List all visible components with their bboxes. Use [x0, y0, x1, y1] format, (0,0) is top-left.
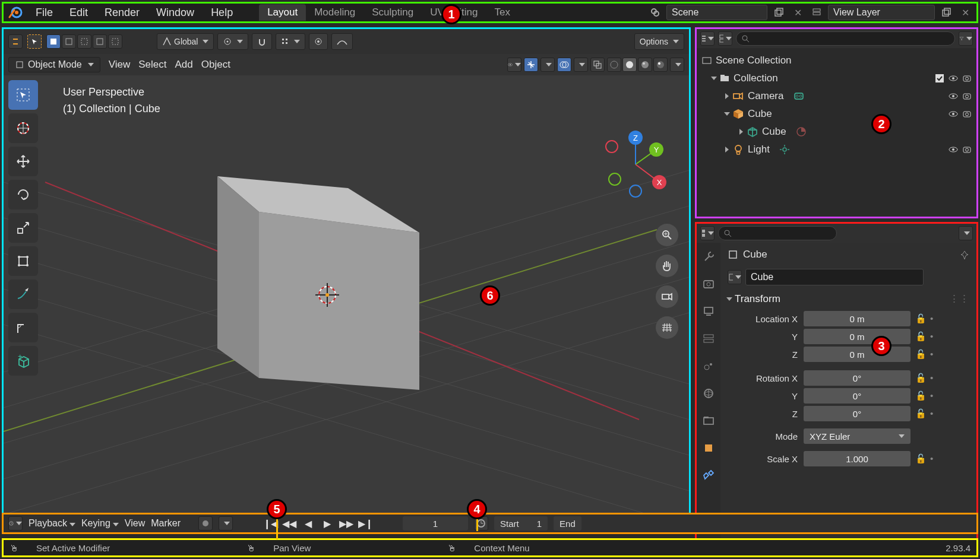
outliner-filter-icon[interactable] — [959, 31, 973, 46]
mode-selector[interactable]: Object Mode — [8, 57, 100, 72]
tab-texture-paint[interactable]: Tex — [486, 4, 518, 21]
scene-name-field[interactable] — [666, 5, 767, 20]
viewport-menu-add[interactable]: Add — [175, 59, 193, 71]
ptab-tool-icon[interactable] — [700, 249, 717, 265]
camera-view-icon[interactable] — [656, 285, 678, 308]
tool-transform[interactable] — [8, 246, 38, 276]
location-z-field[interactable]: 0 m — [804, 347, 911, 362]
lock-icon[interactable]: 🔓 — [915, 313, 927, 324]
new-scene-icon[interactable] — [771, 5, 786, 20]
snap-element-dropdown[interactable] — [276, 33, 305, 50]
ptab-output-icon[interactable] — [700, 303, 717, 320]
outliner-item-camera[interactable]: Camera — [701, 87, 972, 105]
lock-icon[interactable]: 🔓 — [915, 408, 927, 419]
ptab-object-icon[interactable] — [700, 440, 717, 456]
ptab-world-icon[interactable] — [700, 385, 717, 402]
viewlayer-name-field[interactable] — [828, 5, 935, 20]
outliner-scene-collection[interactable]: Scene Collection — [701, 52, 972, 69]
ptab-scene-icon[interactable] — [700, 358, 717, 374]
shading-wireframe-icon[interactable] — [607, 58, 621, 72]
select-mode-invert-icon[interactable] — [93, 34, 107, 49]
location-x-field[interactable]: 0 m — [804, 311, 911, 326]
tool-measure[interactable] — [8, 313, 38, 342]
shading-rendered-icon[interactable] — [653, 58, 668, 72]
location-y-field[interactable]: 0 m — [804, 329, 911, 344]
tab-modeling[interactable]: Modeling — [306, 4, 363, 21]
checkbox-icon[interactable] — [935, 74, 944, 83]
render-icon[interactable] — [962, 92, 972, 100]
zoom-icon[interactable] — [656, 224, 678, 246]
lock-icon[interactable]: 🔓 — [915, 349, 927, 360]
menu-render[interactable]: Render — [96, 4, 148, 21]
rotation-mode-field[interactable]: XYZ Euler — [804, 428, 911, 444]
outliner-tree[interactable]: Scene Collection Collection Camera — [697, 48, 976, 162]
frame-start-field[interactable]: Start1 — [494, 516, 548, 531]
viewlayer-browse-icon[interactable] — [809, 5, 824, 20]
viewport-menu-view[interactable]: View — [109, 59, 131, 71]
select-mode-set-icon[interactable] — [46, 34, 61, 49]
render-icon[interactable] — [962, 74, 972, 82]
select-mode-intersect-icon[interactable] — [108, 34, 122, 49]
outliner-editor-type-icon[interactable] — [700, 31, 715, 46]
select-mode-extend-icon[interactable] — [62, 34, 76, 49]
datablock-browse-icon[interactable] — [728, 270, 742, 284]
object-name-field[interactable]: Cube — [745, 269, 924, 285]
rotation-z-field[interactable]: 0° — [804, 406, 911, 421]
select-mode-subtract-icon[interactable] — [77, 34, 91, 49]
lock-icon[interactable]: 🔓 — [915, 373, 927, 383]
ptab-viewlayer-icon[interactable] — [700, 331, 717, 347]
shading-menu-icon[interactable] — [670, 58, 684, 72]
pan-icon[interactable] — [656, 255, 678, 277]
delete-scene-icon[interactable]: ✕ — [790, 5, 805, 20]
snap-menu-icon[interactable] — [8, 34, 23, 49]
tool-select-box[interactable] — [8, 80, 38, 110]
viewport-options-dropdown[interactable]: Options — [634, 33, 684, 50]
shading-solid-icon[interactable] — [622, 58, 637, 72]
timeline-menu-marker[interactable]: Marker — [151, 518, 181, 529]
ptab-render-icon[interactable] — [700, 276, 717, 293]
rotation-x-field[interactable]: 0° — [804, 370, 911, 386]
delete-viewlayer-icon[interactable]: ✕ — [957, 5, 973, 20]
menu-help[interactable]: Help — [203, 4, 241, 21]
next-keyframe-icon[interactable]: ▶▶ — [339, 516, 354, 531]
properties-editor-type-icon[interactable] — [700, 226, 715, 240]
properties-search[interactable] — [718, 226, 837, 240]
xray-toggle-icon[interactable] — [590, 58, 605, 72]
outliner-display-mode-icon[interactable] — [718, 31, 732, 46]
lock-icon[interactable]: 🔓 — [915, 453, 927, 464]
frame-end-field[interactable]: End — [554, 516, 581, 531]
timeline-editor-type-icon[interactable] — [8, 516, 23, 531]
perspective-toggle-icon[interactable] — [656, 316, 678, 339]
lock-icon[interactable]: 🔓 — [915, 390, 927, 401]
outliner-collection[interactable]: Collection — [701, 69, 972, 87]
snap-toggle[interactable] — [252, 33, 272, 50]
tool-move[interactable] — [8, 147, 38, 176]
transform-orientation-dropdown[interactable]: Global — [157, 33, 214, 50]
jump-end-icon[interactable]: ▶❙ — [358, 516, 373, 531]
visibility-menu-icon[interactable] — [507, 58, 521, 72]
timeline-menu-keying[interactable]: Keying — [81, 518, 119, 529]
play-reverse-icon[interactable]: ◀ — [301, 516, 316, 531]
outliner-item-cube[interactable]: Cube — [701, 105, 972, 123]
gizmo-menu-icon[interactable] — [540, 58, 555, 72]
ptab-collection-icon[interactable] — [700, 412, 717, 429]
autokey-menu-icon[interactable] — [219, 516, 233, 531]
shading-material-icon[interactable] — [638, 58, 652, 72]
nav-gizmo[interactable]: X Y Z — [600, 129, 671, 200]
overlay-toggle-icon[interactable] — [557, 58, 571, 72]
tab-layout[interactable]: Layout — [259, 4, 306, 21]
current-frame-field[interactable]: 1 — [403, 516, 468, 531]
outliner-item-light[interactable]: Light — [701, 141, 972, 158]
autokey-toggle-icon[interactable] — [198, 516, 213, 531]
timeline-menu-playback[interactable]: Playback — [29, 518, 75, 529]
proportional-edit-toggle[interactable] — [309, 33, 328, 50]
tool-annotate[interactable] — [8, 280, 38, 309]
menu-window[interactable]: Window — [148, 4, 203, 21]
ptab-modifiers-icon[interactable] — [700, 467, 717, 484]
gizmo-toggle-icon[interactable] — [524, 58, 538, 72]
eye-icon[interactable] — [948, 145, 959, 154]
pin-icon[interactable] — [960, 250, 969, 259]
rotation-y-field[interactable]: 0° — [804, 388, 911, 404]
outliner-search[interactable] — [736, 31, 955, 46]
tab-sculpting[interactable]: Sculpting — [363, 4, 422, 21]
